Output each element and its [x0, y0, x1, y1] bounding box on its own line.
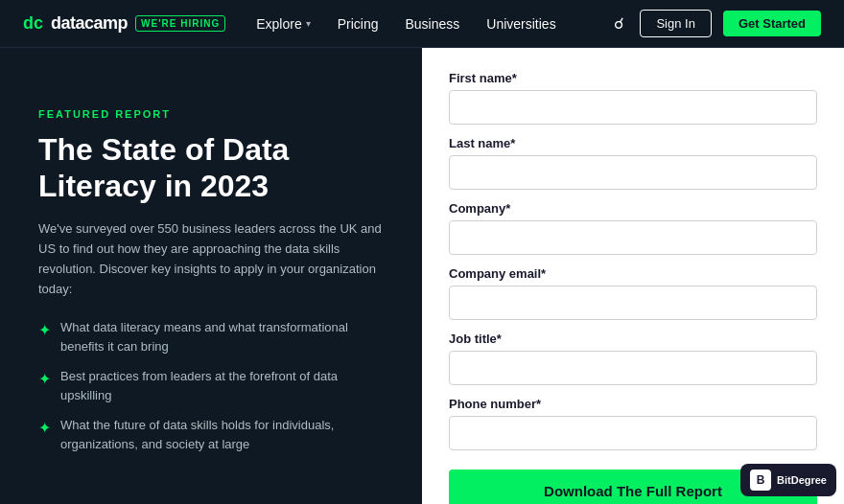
bullet-list: ✦ What data literacy means and what tran…	[38, 318, 384, 453]
bitdegree-icon: B	[750, 470, 771, 491]
navbar-actions: ☌ Sign In Get Started	[610, 10, 821, 37]
bullet-text: What the future of data skills holds for…	[60, 416, 384, 453]
bitdegree-label: BitDegree	[777, 474, 827, 486]
signin-button[interactable]: Sign In	[640, 10, 711, 37]
last-name-label: Last name*	[449, 136, 817, 150]
last-name-input[interactable]	[449, 155, 817, 190]
logo-name: datacamp	[51, 13, 128, 34]
phone-input[interactable]	[449, 416, 817, 450]
bullet-text: Best practices from leaders at the foref…	[60, 367, 384, 404]
check-icon: ✦	[38, 417, 51, 440]
phone-group: Phone number*	[449, 397, 817, 450]
logo-dc-icon: dc	[23, 13, 43, 34]
bitdegree-badge: B BitDegree	[740, 464, 836, 496]
hiring-badge: WE'RE HIRING	[135, 15, 225, 32]
first-name-group: First name*	[449, 71, 817, 125]
list-item: ✦ Best practices from leaders at the for…	[38, 367, 384, 404]
nav-business[interactable]: Business	[405, 16, 459, 32]
check-icon: ✦	[38, 368, 51, 391]
nav-universities[interactable]: Universities	[486, 16, 555, 32]
company-label: Company*	[449, 201, 817, 216]
phone-label: Phone number*	[449, 397, 817, 411]
nav-links: Explore ▾ Pricing Business Universities	[256, 16, 610, 32]
company-email-group: Company email*	[449, 266, 817, 320]
main-content: FEATURED REPORT The State of Data Litera…	[0, 48, 844, 504]
nav-explore[interactable]: Explore ▾	[256, 16, 310, 32]
last-name-group: Last name*	[449, 136, 817, 190]
left-panel: FEATURED REPORT The State of Data Litera…	[0, 48, 422, 504]
getstarted-button[interactable]: Get Started	[723, 11, 821, 36]
bullet-text: What data literacy means and what transf…	[60, 318, 384, 355]
main-title: The State of Data Literacy in 2023	[38, 131, 384, 205]
featured-label: FEATURED REPORT	[38, 108, 384, 120]
form-panel: First name* Last name* Company* Company …	[422, 48, 844, 504]
chevron-down-icon: ▾	[306, 18, 311, 29]
first-name-label: First name*	[449, 71, 817, 85]
nav-pricing[interactable]: Pricing	[338, 16, 379, 32]
first-name-input[interactable]	[449, 90, 817, 125]
search-icon[interactable]: ☌	[610, 11, 628, 36]
job-title-label: Job title*	[449, 332, 817, 346]
list-item: ✦ What data literacy means and what tran…	[38, 318, 384, 355]
check-icon: ✦	[38, 319, 51, 342]
description: We've surveyed over 550 business leaders…	[38, 219, 384, 299]
navbar: dc datacamp WE'RE HIRING Explore ▾ Prici…	[0, 0, 844, 48]
company-email-input[interactable]	[449, 286, 817, 320]
job-title-input[interactable]	[449, 351, 817, 385]
logo: dc datacamp WE'RE HIRING	[23, 13, 225, 34]
company-input[interactable]	[449, 220, 817, 255]
job-title-group: Job title*	[449, 332, 817, 385]
company-group: Company*	[449, 201, 817, 255]
company-email-label: Company email*	[449, 266, 817, 281]
list-item: ✦ What the future of data skills holds f…	[38, 416, 384, 453]
